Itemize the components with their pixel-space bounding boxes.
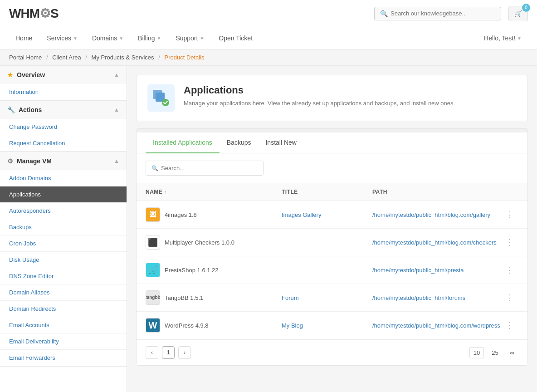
search-input[interactable] bbox=[391, 10, 495, 17]
nav-services[interactable]: Services ▼ bbox=[40, 27, 84, 49]
app-name-1: 🖼 4images 1.8 bbox=[146, 207, 282, 222]
knowledgebase-search[interactable]: 🔍 bbox=[374, 7, 501, 20]
sidebar-item-backups[interactable]: Backups bbox=[0, 219, 127, 235]
applications-card: Installed Applications Backups Install N… bbox=[136, 128, 528, 366]
svg-point-2 bbox=[162, 99, 169, 106]
tab-install-new[interactable]: Install New bbox=[258, 132, 303, 153]
table-header: NAME ↑ TITLE PATH bbox=[137, 183, 527, 201]
pagination-size-25[interactable]: 25 bbox=[488, 347, 502, 358]
user-dropdown-arrow: ▼ bbox=[517, 36, 522, 41]
nav-home[interactable]: Home bbox=[9, 27, 39, 49]
pagination-prev[interactable]: ‹ bbox=[146, 346, 158, 359]
breadcrumb-sep-1: / bbox=[46, 54, 48, 61]
nav-left: Home Services ▼ Domains ▼ Billing ▼ Supp… bbox=[9, 27, 259, 49]
nav-domains[interactable]: Domains ▼ bbox=[86, 27, 130, 49]
sidebar-item-applications[interactable]: Applications bbox=[0, 186, 127, 203]
wrench-icon: 🔧 bbox=[7, 106, 15, 113]
app-name-4: tangbb TangoBB 1.5.1 bbox=[146, 290, 282, 305]
app-menu-3[interactable]: ⋮ bbox=[500, 265, 518, 275]
page-header-info: Applications Manage your applications he… bbox=[184, 84, 455, 108]
app-label-4: TangoBB 1.5.1 bbox=[165, 294, 203, 301]
chevron-up-icon: ▲ bbox=[114, 72, 119, 78]
app-search-input[interactable] bbox=[161, 165, 258, 172]
app-icon-wordpress: W bbox=[146, 318, 160, 333]
logo: WHM⚙S bbox=[9, 6, 59, 21]
top-bar: WHM⚙S 🔍 🛒 0 bbox=[0, 0, 537, 27]
app-name-5: W WordPress 4.9.8 bbox=[146, 318, 282, 333]
cart-badge: 0 bbox=[522, 4, 530, 12]
applications-table: NAME ↑ TITLE PATH 🖼 4images 1.8 Images G… bbox=[137, 183, 527, 365]
pagination-size-10[interactable]: 10 bbox=[469, 347, 484, 358]
sidebar-section-header-manage-vm[interactable]: ⚙ Manage VM ▲ bbox=[0, 152, 127, 170]
tab-installed-applications[interactable]: Installed Applications bbox=[146, 132, 220, 153]
nav-open-ticket[interactable]: Open Ticket bbox=[212, 27, 259, 49]
app-icon-checkers: ⬛ bbox=[146, 235, 160, 250]
pagination-size-infinity[interactable]: ∞ bbox=[506, 347, 518, 358]
col-path: PATH bbox=[372, 189, 500, 195]
page-header: Applications Manage your applications he… bbox=[136, 75, 528, 121]
table-row: 🛒 PrestaShop 1.6.1.22 /home/mytestdo/pub… bbox=[137, 256, 527, 284]
sidebar-section-actions: 🔧 Actions ▲ Change Password Request Canc… bbox=[0, 101, 127, 152]
search-section: 🔍 bbox=[137, 153, 527, 183]
breadcrumb-sep-2: / bbox=[85, 54, 87, 61]
pagination-next[interactable]: › bbox=[178, 346, 191, 359]
app-menu-4[interactable]: ⋮ bbox=[500, 293, 518, 303]
app-icon-symbol-3: 🛒 bbox=[148, 266, 157, 274]
app-label-5: WordPress 4.9.8 bbox=[165, 322, 209, 329]
breadcrumb-products[interactable]: My Products & Services bbox=[92, 54, 154, 61]
app-label-2: Multiplayer Checkers 1.0.0 bbox=[165, 239, 234, 246]
gear-icon: ⚙ bbox=[7, 157, 13, 165]
app-icon-symbol-5: W bbox=[149, 320, 157, 331]
app-icon-symbol: 🖼 bbox=[150, 211, 156, 218]
pagination: ‹ 1 › 10 25 ∞ bbox=[137, 339, 527, 365]
breadcrumb-sep-3: / bbox=[158, 54, 160, 61]
tab-backups[interactable]: Backups bbox=[220, 132, 259, 153]
app-menu-1[interactable]: ⋮ bbox=[500, 210, 518, 220]
sidebar-item-addon-domains[interactable]: Addon Domains bbox=[0, 170, 127, 186]
sidebar-item-autoresponders[interactable]: Autoresponders bbox=[0, 203, 127, 219]
col-title: TITLE bbox=[282, 189, 372, 195]
sidebar-item-email-accounts[interactable]: Email Accounts bbox=[0, 317, 127, 333]
nav-billing[interactable]: Billing ▼ bbox=[132, 27, 167, 49]
sidebar-section-header-overview[interactable]: ★ Overview ▲ bbox=[0, 66, 127, 84]
pagination-sizes: 10 25 ∞ bbox=[469, 347, 518, 358]
app-search-wrap[interactable]: 🔍 bbox=[146, 161, 264, 176]
app-menu-2[interactable]: ⋮ bbox=[500, 237, 518, 247]
table-row: 🖼 4images 1.8 Images Gallery /home/mytes… bbox=[137, 201, 527, 229]
table-row: ⬛ Multiplayer Checkers 1.0.0 /home/mytes… bbox=[137, 229, 527, 256]
sidebar-item-email-forwarders[interactable]: Email Forwarders bbox=[0, 350, 127, 366]
cart-icon: 🛒 bbox=[514, 10, 522, 17]
app-path-4: /home/mytestdo/public_html/forums bbox=[372, 294, 500, 301]
sidebar-item-request-cancellation[interactable]: Request Cancellation bbox=[0, 135, 127, 152]
pagination-page-1[interactable]: 1 bbox=[162, 346, 175, 359]
app-path-2: /home/mytestdo/public_html/blog.com/chec… bbox=[372, 239, 500, 246]
app-icon-prestashop: 🛒 bbox=[146, 263, 160, 277]
breadcrumb: Portal Home / Client Area / My Products … bbox=[0, 49, 537, 66]
nav-user[interactable]: Hello, Test! ▼ bbox=[478, 27, 528, 49]
breadcrumb-client-area[interactable]: Client Area bbox=[52, 54, 81, 61]
nav-support[interactable]: Support ▼ bbox=[169, 27, 210, 49]
sidebar-item-domain-redirects[interactable]: Domain Redirects bbox=[0, 301, 127, 317]
app-title-5: My Blog bbox=[282, 322, 372, 329]
app-title-1: Images Gallery bbox=[282, 211, 372, 218]
star-icon: ★ bbox=[7, 71, 13, 78]
page-title: Applications bbox=[184, 84, 455, 96]
col-actions bbox=[500, 189, 518, 195]
sidebar-item-email-deliverability[interactable]: Email Deliverability bbox=[0, 333, 127, 350]
sidebar-item-dns-zone-editor[interactable]: DNS Zone Editor bbox=[0, 268, 127, 284]
breadcrumb-portal-home[interactable]: Portal Home bbox=[9, 54, 42, 61]
sidebar-item-cron-jobs[interactable]: Cron Jobs bbox=[0, 235, 127, 252]
sidebar-item-domain-aliases[interactable]: Domain Aliases bbox=[0, 284, 127, 301]
sidebar-section-header-actions[interactable]: 🔧 Actions ▲ bbox=[0, 101, 127, 119]
sidebar-item-information[interactable]: Information bbox=[0, 84, 127, 100]
app-menu-5[interactable]: ⋮ bbox=[500, 320, 518, 330]
search-apps-icon: 🔍 bbox=[151, 165, 158, 172]
main-nav: Home Services ▼ Domains ▼ Billing ▼ Supp… bbox=[0, 27, 537, 49]
app-name-2: ⬛ Multiplayer Checkers 1.0.0 bbox=[146, 235, 282, 250]
cart-button[interactable]: 🛒 0 bbox=[508, 6, 528, 21]
sidebar-item-change-password[interactable]: Change Password bbox=[0, 119, 127, 135]
col-name: NAME ↑ bbox=[146, 189, 282, 195]
sidebar-item-disk-usage[interactable]: Disk Usage bbox=[0, 252, 127, 268]
applications-icon bbox=[147, 84, 175, 112]
page-description: Manage your applications here. View the … bbox=[184, 99, 455, 108]
